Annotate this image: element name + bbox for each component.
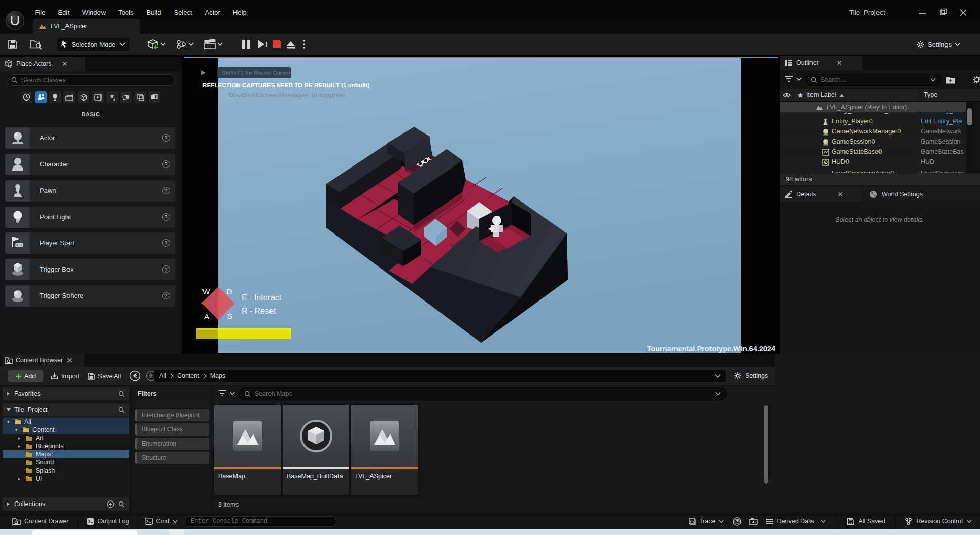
svg-text:R - Reset: R - Reset	[242, 307, 276, 315]
svg-text:REFLECTION CAPTURES NEED TO BE: REFLECTION CAPTURES NEED TO BE REBUILT (…	[202, 82, 370, 88]
svg-text:A: A	[204, 312, 210, 321]
svg-text:W: W	[202, 287, 210, 296]
svg-text:S: S	[227, 312, 232, 320]
svg-text:Shift+F1 for Mouse Cursor: Shift+F1 for Mouse Cursor	[222, 70, 291, 76]
svg-text:D: D	[226, 287, 232, 296]
svg-text:'DisableAllScreenMessages' to: 'DisableAllScreenMessages' to suppress	[228, 92, 346, 99]
svg-text:Selection Mode: Selection Mode	[72, 41, 115, 48]
svg-text:E - Interact: E - Interact	[242, 293, 282, 302]
svg-text:Tournamental.Prototype.Win.64.: Tournamental.Prototype.Win.64.2024	[647, 345, 775, 353]
